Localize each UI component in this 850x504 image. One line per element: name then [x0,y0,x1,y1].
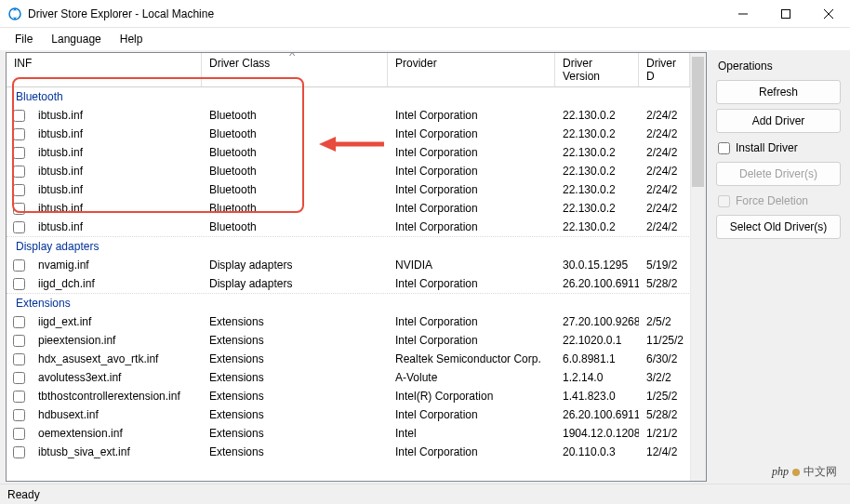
cell-inf: ibtusb.inf [31,201,202,216]
cell-provider: Intel(R) Corporation [388,389,555,404]
titlebar: Driver Store Explorer - Local Machine [0,0,850,28]
group-header[interactable]: Display adapters [7,236,706,256]
cell-class: Display adapters [202,276,388,291]
menu-language[interactable]: Language [42,28,110,50]
cell-version: 26.20.100.6911 [555,407,639,422]
row-checkbox[interactable] [13,110,25,122]
table-row[interactable]: ibtusb.infBluetoothIntel Corporation22.1… [7,199,706,218]
column-provider[interactable]: Provider [388,53,555,86]
operations-panel: Operations Refresh Add Driver Install Dr… [707,50,850,484]
delete-drivers-button[interactable]: Delete Driver(s) [716,162,841,186]
cell-inf: pieextension.inf [31,333,202,348]
svg-rect-2 [782,9,790,18]
cell-class: Extensions [202,444,388,459]
install-driver-label: Install Driver [736,141,798,154]
install-driver-input[interactable] [718,142,730,154]
add-driver-button[interactable]: Add Driver [716,109,841,133]
cell-date: 2/5/2 [639,314,685,329]
table-row[interactable]: iigd_ext.infExtensionsIntel Corporation2… [7,312,706,331]
cell-inf: ibtusb_siva_ext.inf [31,444,202,459]
cell-version: 20.110.0.3 [555,444,639,459]
column-driver-version[interactable]: Driver Version [555,53,639,86]
scrollbar-thumb[interactable] [692,57,704,187]
row-checkbox[interactable] [13,372,25,384]
row-checkbox[interactable] [13,409,25,421]
cell-date: 12/4/2 [639,444,685,459]
cell-date: 2/24/2 [639,145,685,160]
menu-file[interactable]: File [6,28,42,50]
select-old-drivers-button[interactable]: Select Old Driver(s) [716,215,841,239]
maximize-button[interactable] [764,0,807,28]
row-checkbox[interactable] [13,446,25,458]
cell-class: Bluetooth [202,145,388,160]
row-checkbox[interactable] [13,391,25,403]
window-title: Driver Store Explorer - Local Machine [28,7,722,20]
cell-version: 22.130.0.2 [555,145,639,160]
row-checkbox[interactable] [13,184,25,196]
table-row[interactable]: nvamig.infDisplay adaptersNVIDIA30.0.15.… [7,256,706,274]
table-row[interactable]: iigd_dch.infDisplay adaptersIntel Corpor… [7,274,706,293]
row-checkbox[interactable] [13,259,25,272]
cell-date: 5/28/2 [639,276,685,291]
cell-provider: Intel Corporation [388,276,555,291]
table-row[interactable]: ibtusb.infBluetoothIntel Corporation22.1… [7,125,706,143]
cell-date: 6/30/2 [639,351,685,366]
cell-inf: nvamig.inf [31,258,202,272]
menubar: File Language Help [0,28,850,50]
cell-date: 2/24/2 [639,201,685,216]
row-checkbox[interactable] [13,335,25,347]
table-row[interactable]: hdx_asusext_avo_rtk.infExtensionsRealtek… [7,350,706,368]
row-checkbox[interactable] [13,203,25,215]
menu-help[interactable]: Help [111,28,153,50]
table-row[interactable]: ibtusb.infBluetoothIntel Corporation22.1… [7,143,706,162]
column-driver-date[interactable]: Driver D [639,53,690,86]
cell-date: 11/25/2 [639,333,685,348]
table-row[interactable]: ibtusb.infBluetoothIntel Corporation22.1… [7,180,706,199]
cell-version: 26.20.100.6911 [555,276,639,291]
table-row[interactable]: ibtusb_siva_ext.infExtensionsIntel Corpo… [7,443,706,461]
main-panel: INF Driver Class Provider Driver Version… [0,50,707,484]
cell-version: 1.2.14.0 [555,370,639,385]
row-checkbox[interactable] [13,428,25,440]
table-row[interactable]: ibtusb.infBluetoothIntel Corporation22.1… [7,106,706,125]
group-header[interactable]: Bluetooth [7,87,706,106]
table-row[interactable]: avolutess3ext.infExtensionsA-Volute1.2.1… [7,368,706,387]
cell-provider: Intel Corporation [388,407,555,422]
cell-class: Extensions [202,351,388,366]
cell-provider: Intel Corporation [388,182,555,197]
cell-date: 2/24/2 [639,182,685,197]
cell-inf: hdbusext.inf [31,407,202,422]
table-row[interactable]: hdbusext.infExtensionsIntel Corporation2… [7,405,706,424]
row-checkbox[interactable] [13,166,25,178]
cell-provider: Intel Corporation [388,201,555,216]
group-header[interactable]: Extensions [7,293,706,312]
table-row[interactable]: oemextension.infExtensionsIntel1904.12.0… [7,424,706,443]
row-checkbox[interactable] [13,278,25,290]
row-checkbox[interactable] [13,128,25,140]
table-row[interactable]: pieextension.infExtensionsIntel Corporat… [7,331,706,350]
column-driver-class[interactable]: Driver Class [202,53,388,86]
cell-date: 2/24/2 [639,108,685,123]
row-checkbox[interactable] [13,353,25,365]
install-driver-checkbox[interactable]: Install Driver [716,138,841,158]
cell-inf: oemextension.inf [31,426,202,441]
table-row[interactable]: tbthostcontrollerextension.infExtensions… [7,387,706,405]
minimize-button[interactable] [722,0,764,28]
table-row[interactable]: ibtusb.infBluetoothIntel Corporation22.1… [7,162,706,180]
cell-date: 2/24/2 [639,219,685,234]
vertical-scrollbar[interactable] [690,53,706,481]
refresh-button[interactable]: Refresh [716,80,841,104]
row-checkbox[interactable] [13,221,25,233]
app-icon [7,7,22,21]
table-body[interactable]: Bluetoothibtusb.infBluetoothIntel Corpor… [7,87,706,482]
table-row[interactable]: ibtusb.infBluetoothIntel Corporation22.1… [7,218,706,236]
column-inf[interactable]: INF [7,53,202,86]
cell-class: Bluetooth [202,219,388,234]
cell-provider: Intel Corporation [388,108,555,123]
cell-version: 22.130.0.2 [555,108,639,123]
operations-title: Operations [716,56,841,80]
cell-date: 3/2/2 [639,370,685,385]
row-checkbox[interactable] [13,147,25,159]
row-checkbox[interactable] [13,316,25,328]
close-button[interactable] [807,0,850,28]
